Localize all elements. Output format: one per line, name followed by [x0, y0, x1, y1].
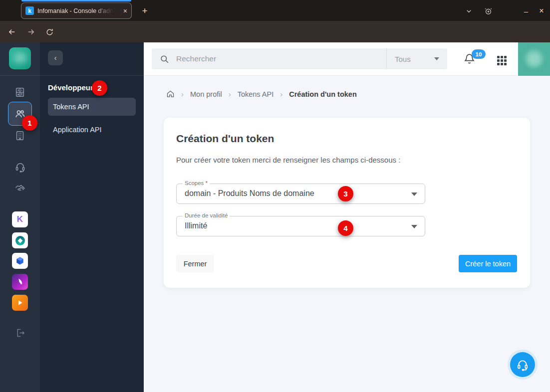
vod-play-app-icon[interactable]	[12, 295, 28, 311]
browser-tab[interactable]: k Infomaniak - Console d'adm ×	[21, 2, 132, 19]
create-token-button[interactable]: Créer le token	[459, 255, 517, 272]
sidebar-item-billing[interactable]	[0, 87, 40, 98]
alarm-clock-icon[interactable]	[481, 4, 495, 18]
annotation-badge-4: 4	[338, 220, 353, 236]
breadcrumb-item-current: Création d'un token	[289, 90, 357, 98]
search-filter-dropdown[interactable]: Tous	[386, 48, 447, 69]
new-tab-button[interactable]: +	[138, 4, 152, 18]
filter-value: Tous	[395, 55, 430, 63]
main-area: Rechercher Tous 10 ›	[144, 42, 550, 392]
search-input[interactable]: Rechercher Tous	[152, 48, 447, 69]
chevron-down-icon	[411, 225, 417, 228]
home-icon[interactable]	[166, 90, 175, 98]
annotation-badge-3: 3	[338, 186, 353, 201]
tab-close-icon[interactable]: ×	[123, 7, 127, 15]
nav-item-label: Application API	[53, 126, 102, 134]
sidebar-divider	[40, 75, 144, 76]
breadcrumb-item-mon-profil[interactable]: Mon profil	[190, 90, 222, 98]
browser-tab-strip: k Infomaniak - Console d'adm × + – ×	[0, 0, 550, 21]
back-icon[interactable]	[5, 25, 18, 38]
primary-sidebar: K	[0, 42, 40, 392]
sidebar-item-organization[interactable]	[0, 130, 40, 141]
phone-app-icon[interactable]	[12, 274, 28, 290]
headset-icon	[516, 358, 529, 371]
collapse-sidebar-button[interactable]: ‹	[48, 50, 63, 65]
breadcrumb-separator: ›	[280, 90, 282, 98]
close-button[interactable]: Fermer	[176, 255, 214, 272]
reload-icon[interactable]	[43, 25, 56, 38]
breadcrumb-separator: ›	[229, 90, 231, 98]
notifications-count-badge: 10	[472, 49, 486, 59]
breadcrumb: › Mon profil › Tokens API › Création d'u…	[166, 90, 357, 98]
active-tab-accent-line	[21, 0, 131, 1]
page-title: Création d'un token	[176, 133, 274, 145]
validity-select[interactable]: Durée de validité Illimité	[176, 216, 425, 236]
search-placeholder: Rechercher	[176, 54, 386, 63]
sidebar-divider	[0, 75, 40, 76]
sidebar-item-partner[interactable]	[0, 183, 40, 194]
sidebar-item-tokens-api[interactable]: Tokens API	[48, 98, 136, 116]
token-creation-card: Création d'un token Pour créer votre tok…	[164, 118, 530, 288]
validity-value: Illimité	[185, 221, 207, 230]
ksuite-app-icon[interactable]: K	[12, 211, 28, 227]
browser-toolbar: https://manager.infomaniak.com/v3/g/p 28…	[0, 21, 550, 42]
annotation-badge-1: 1	[22, 115, 37, 131]
chevron-down-icon	[411, 193, 417, 196]
window-minimize-button[interactable]: –	[519, 4, 533, 18]
forward-icon[interactable]	[24, 25, 37, 38]
apps-grid-icon[interactable]	[497, 56, 507, 65]
window-close-button[interactable]: ×	[535, 4, 549, 18]
scopes-select[interactable]: Scopes * domain - Produits Noms de domai…	[176, 184, 425, 204]
scopes-label: Scopes *	[183, 180, 210, 186]
breadcrumb-separator: ›	[181, 90, 184, 98]
nav-section-heading: Développeur	[48, 83, 93, 92]
sidebar-item-application-api[interactable]: Application API	[48, 121, 136, 139]
secondary-sidebar: ‹ Développeur Tokens API Application API	[40, 42, 144, 392]
validity-label: Durée de validité	[183, 212, 230, 218]
app-window: K ‹ Développeur Tokens API Application A…	[0, 42, 550, 392]
kchat-cube-app-icon[interactable]	[12, 253, 28, 269]
scopes-value: domain - Produits Noms de domaine	[185, 189, 314, 198]
annotation-badge-2: 2	[92, 80, 107, 96]
logout-icon[interactable]	[0, 328, 40, 338]
infomaniak-favicon-icon: k	[25, 6, 34, 15]
sidebar-item-support[interactable]	[0, 161, 40, 173]
kdrive-app-icon[interactable]	[12, 232, 28, 248]
nav-item-label: Tokens API	[53, 103, 89, 111]
list-tabs-chevron-icon[interactable]	[462, 4, 476, 18]
organization-logo[interactable]	[9, 47, 31, 69]
search-icon	[160, 54, 169, 64]
breadcrumb-item-tokens-api[interactable]: Tokens API	[238, 90, 274, 98]
tab-title: Infomaniak - Console d'adm	[37, 7, 113, 14]
chevron-down-icon	[434, 57, 439, 60]
support-chat-fab[interactable]	[510, 352, 535, 377]
card-subtitle: Pour créer votre token merci de renseign…	[176, 156, 400, 164]
top-header-bar: Rechercher Tous 10	[144, 42, 550, 76]
user-avatar[interactable]	[518, 42, 550, 76]
notifications-button[interactable]: 10	[463, 52, 483, 67]
